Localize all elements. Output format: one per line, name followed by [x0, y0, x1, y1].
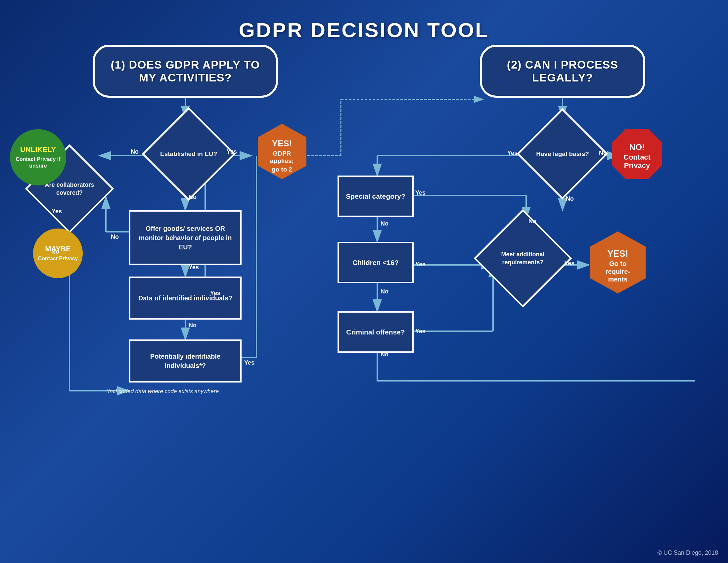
svg-text:NO!: NO! — [629, 142, 645, 152]
label-no-criminal: No — [381, 351, 388, 358]
section2-header: (2) CAN I PROCESS LEGALLY? — [480, 45, 645, 98]
copyright: © UC San Diego, 2018 — [658, 549, 718, 556]
label-no-children: No — [381, 288, 388, 295]
svg-text:go to 2: go to 2 — [272, 166, 292, 173]
hexagon-yes-gdpr: YES! GDPR applies; go to 2 — [255, 122, 309, 182]
diamond-meet-additional: Meet additional requirements? — [483, 218, 563, 298]
svg-text:require-: require- — [606, 268, 630, 275]
label-yes-identified: Yes — [210, 290, 220, 297]
diamond-established-eu: Established in EU? — [152, 117, 225, 190]
svg-text:YES!: YES! — [607, 249, 628, 258]
svg-text:Contact: Contact — [623, 153, 651, 161]
label-no-established: No — [189, 194, 197, 201]
octagon-no-contact: NO! Contact Privacy — [611, 127, 663, 182]
label-yes-established: Yes — [227, 148, 237, 155]
rect-children: Children <16? — [338, 242, 414, 283]
rect-offer-goods: Offer goods/ services OR monitor behavio… — [129, 210, 242, 265]
label-yes-offer: Yes — [189, 264, 199, 271]
label-yes-meet: Yes — [564, 260, 574, 267]
label-yes-potentially: Yes — [244, 359, 254, 366]
svg-text:applies;: applies; — [270, 157, 294, 164]
rect-special-category: Special category? — [338, 175, 414, 217]
svg-text:Go to: Go to — [609, 260, 626, 267]
svg-text:ments: ments — [608, 275, 628, 283]
svg-text:YES!: YES! — [272, 138, 292, 148]
section1-header: (1) DOES GDPR APPLY TO MY ACTIVITIES? — [93, 45, 278, 98]
label-yes-collab: Yes — [52, 208, 62, 215]
svg-text:Privacy: Privacy — [624, 161, 650, 169]
hexagon-yes-go: YES! Go to require- ments — [587, 230, 649, 296]
rect-criminal: Criminal offense? — [338, 311, 414, 353]
label-no-est-collab: No — [131, 148, 139, 155]
label-yes-criminal: Yes — [415, 328, 426, 335]
label-no-collab: No — [51, 248, 59, 255]
label-no-special: No — [381, 220, 388, 227]
label-no-legal: No — [599, 150, 607, 157]
label-no-legal-down: No — [566, 195, 574, 202]
rect-potentially: Potentially identifiable individuals*? — [129, 340, 242, 383]
label-no-identified: No — [189, 322, 197, 329]
page-title: GDPR DECISION TOOL — [0, 0, 728, 42]
circle-unlikely: UNLIKELY Contact Privacy if unsure — [10, 129, 66, 185]
rect-identified: Data of identified individuals? — [129, 276, 242, 320]
diamond-legal-basis: Have legal basis? — [526, 117, 599, 190]
label-no-offer: No — [111, 233, 119, 240]
svg-text:GDPR: GDPR — [273, 150, 291, 157]
label-no-meet: No — [528, 218, 536, 225]
label-yes-children: Yes — [415, 261, 426, 268]
label-yes-special: Yes — [415, 189, 426, 196]
footnote: *Incl coded data where code exists anywh… — [106, 388, 219, 396]
label-yes-legal: Yes — [507, 150, 518, 157]
